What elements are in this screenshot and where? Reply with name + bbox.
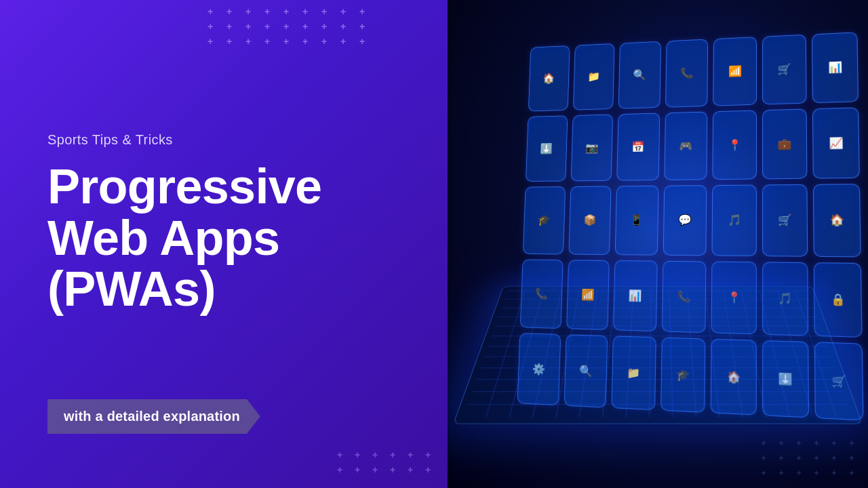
plus-icon: + [351,465,363,474]
app-icon: ⬇️ [526,115,568,182]
app-icon: 🔍 [618,41,661,109]
app-icon: 📁 [573,43,615,110]
plus-icon: + [336,22,350,31]
plus-icon: + [351,450,363,460]
plus-icon: + [775,439,787,448]
detail-badge: with a detailed explanation [47,399,260,434]
plus-icon: + [828,439,840,448]
plus-icon: + [422,465,434,474]
plus-icon: + [369,465,381,474]
badge-text: with a detailed explanation [64,409,240,424]
plus-icon: + [222,7,236,16]
app-icon: 📈 [812,107,859,179]
plus-icon: + [334,465,346,474]
plus-icon: + [298,22,312,31]
plus-icon: + [241,37,255,46]
app-icon: 📅 [616,113,660,181]
app-icon: 📦 [568,186,612,255]
plus-icon: + [241,22,255,31]
app-icon: 🛒 [762,184,808,257]
plus-icon: + [793,439,805,448]
app-icon: 📷 [570,114,613,181]
app-icon: 🎵 [712,185,757,256]
plus-icon: + [279,7,293,16]
plus-icon: + [298,37,312,46]
plus-icon: + [757,439,770,448]
page-container: + + + + + + + + + + + + + + + + + + + + … [0,0,868,488]
plus-icon: + [404,450,416,460]
plus-pattern-bottom: + + + + + + + + + + + + [334,450,434,474]
plus-icon: + [317,37,331,46]
plus-pattern-image-bottom: + + + + + + + + + + + + + + + + + + [757,439,858,478]
plus-icon: + [810,468,823,478]
main-title-line2: Web Apps [47,211,279,265]
app-icon: 📱 [615,186,658,255]
plus-icon: + [793,468,805,478]
app-icon: 💼 [762,108,808,180]
plus-icon: + [317,7,331,16]
laptop-keyboard [463,291,852,418]
plus-icon: + [279,22,293,31]
app-icon: 🏠 [813,184,861,257]
plus-icon: + [846,453,858,463]
tech-visual: 🏠 📁 🔍 📞 📶 🛒 📊 ⬇️ 📷 📅 🎮 📍 💼 📈 🎓 📦 📱 [448,0,868,488]
plus-icon: + [355,37,369,46]
plus-icon: + [810,453,823,463]
plus-icon: + [846,439,858,448]
plus-icon: + [260,7,274,16]
app-icon: 📞 [665,39,709,107]
app-icon: 📊 [812,32,859,103]
main-title-line3: (PWAs) [47,262,216,316]
app-icon: 💬 [663,185,707,256]
app-icon: 🎓 [523,186,566,254]
plus-icon: + [422,450,434,460]
plus-icon: + [846,468,858,478]
plus-icon: + [203,22,217,31]
main-title-line1: Progressive [47,159,321,214]
plus-icon: + [775,453,787,463]
plus-icon: + [355,7,369,16]
plus-icon: + [810,439,823,448]
right-panel: 🏠 📁 🔍 📞 📶 🛒 📊 ⬇️ 📷 📅 🎮 📍 💼 📈 🎓 📦 📱 [448,0,868,488]
plus-icon: + [298,7,312,16]
plus-icon: + [757,468,770,478]
app-icon: 🎮 [664,111,707,180]
app-icon: 📶 [713,37,756,106]
plus-icon: + [793,453,805,463]
plus-icon: + [241,7,255,16]
plus-icon: + [336,37,350,46]
plus-icon: + [334,450,346,460]
plus-icon: + [260,37,274,46]
plus-icon: + [828,468,840,478]
plus-icon: + [279,37,293,46]
app-icon: 🏠 [528,45,570,111]
plus-icon: + [336,7,350,16]
plus-icon: + [222,22,236,31]
left-panel: + + + + + + + + + + + + + + + + + + + + … [0,0,448,488]
plus-icon: + [355,22,369,31]
plus-icon: + [775,468,787,478]
app-icon: 🛒 [762,35,807,104]
main-title: Progressive Web Apps (PWAs) [47,161,400,315]
plus-icon: + [260,22,274,31]
subtitle: Sports Tips & Tricks [47,132,400,148]
plus-icon: + [369,450,381,460]
plus-icon: + [222,37,236,46]
plus-icon: + [203,7,217,16]
app-icon: 📍 [713,110,757,180]
plus-icon: + [828,453,840,463]
badge-wrapper: with a detailed explanation [47,399,260,434]
plus-icon: + [203,37,217,46]
plus-pattern-top: + + + + + + + + + + + + + + + + + + + + … [203,7,369,46]
plus-icon: + [387,450,399,460]
plus-icon: + [757,453,770,463]
plus-icon: + [317,22,331,31]
plus-icon: + [387,465,399,474]
plus-icon: + [404,465,416,474]
